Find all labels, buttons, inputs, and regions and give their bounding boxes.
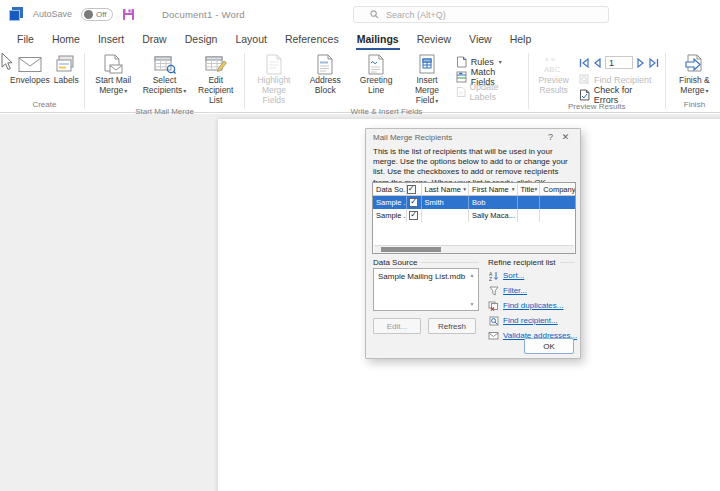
preview-results-icon: « »ABC <box>541 53 567 76</box>
data-source-listbox[interactable]: Sample Mailing List.mdb ▲ ▼ <box>373 268 479 311</box>
tab-help[interactable]: Help <box>501 28 541 50</box>
finish-merge-icon <box>683 53 705 76</box>
cell-first-name: Sally Maca... <box>469 209 518 222</box>
document-title: Document1 - Word <box>162 9 245 20</box>
dropdown-caret-icon: ▾ <box>435 98 438 104</box>
record-navigation <box>576 55 662 70</box>
horizontal-scrollbar[interactable] <box>374 245 574 253</box>
envelopes-button[interactable]: Envelopes <box>8 52 52 87</box>
tab-mailings[interactable]: Mailings <box>348 28 408 50</box>
search-icon <box>370 10 379 19</box>
find-duplicates-link-item[interactable]: Find duplicates... <box>488 298 577 313</box>
tab-references[interactable]: References <box>276 28 348 50</box>
sort-caret-icon[interactable]: ▾ <box>512 186 515 192</box>
column-header-data-source[interactable]: Data So... <box>373 183 407 195</box>
ribbon-group-write-insert: Highlight Merge Fields Address Block Gre… <box>248 50 524 112</box>
find-recipient-icon <box>488 316 499 326</box>
tab-home[interactable]: Home <box>43 28 89 50</box>
tab-view[interactable]: View <box>460 28 501 50</box>
column-header-last-name[interactable]: Last Name▾ <box>422 183 470 195</box>
table-row[interactable]: Sample ... Sally Maca... <box>373 209 575 222</box>
tab-design[interactable]: Design <box>176 28 227 50</box>
next-record-icon[interactable] <box>636 58 646 68</box>
autosave-toggle[interactable]: Off <box>81 8 113 21</box>
titlebar: AutoSave Off Document1 - Word <box>0 0 720 28</box>
find-recipient-link-item[interactable]: Find recipient... <box>488 313 577 328</box>
header-checkbox[interactable] <box>407 185 416 194</box>
filter-link[interactable]: Filter... <box>503 286 527 295</box>
dropdown-caret-icon: ▾ <box>124 88 127 94</box>
sort-link-item[interactable]: AZ Sort... <box>488 268 577 283</box>
autosave-label: AutoSave <box>33 9 72 19</box>
find-duplicates-link[interactable]: Find duplicates... <box>503 301 563 310</box>
mail-merge-recipients-dialog: Mail Merge Recipients ? ✕ This is the li… <box>365 128 581 359</box>
row-checkbox[interactable] <box>409 211 418 220</box>
address-block-button[interactable]: Address Block <box>300 52 351 97</box>
ok-button[interactable]: OK <box>524 338 574 354</box>
cell-company <box>540 196 575 209</box>
filter-link-item[interactable]: Filter... <box>488 283 577 298</box>
tab-draw[interactable]: Draw <box>133 28 176 50</box>
scrollbar-thumb[interactable] <box>381 247 441 252</box>
svg-text:« »: « » <box>545 56 555 63</box>
listbox-scroll-arrows[interactable]: ▲ ▼ <box>467 270 477 309</box>
document-canvas: Mail Merge Recipients ? ✕ This is the li… <box>0 114 720 491</box>
refresh-button[interactable]: Refresh <box>428 318 476 334</box>
record-number-input[interactable] <box>605 56 633 69</box>
scroll-down-icon[interactable]: ▼ <box>470 301 475 307</box>
edit-recipient-list-button[interactable]: Edit Recipient List <box>190 52 241 106</box>
select-recipients-button[interactable]: Select Recipients▾ <box>139 52 190 97</box>
ribbon-group-create: Envelopes Labels Create <box>8 50 81 112</box>
tab-insert[interactable]: Insert <box>89 28 133 50</box>
labels-icon <box>56 53 76 76</box>
sort-caret-icon[interactable]: ▾ <box>463 186 466 192</box>
sort-link[interactable]: Sort... <box>503 271 524 280</box>
scroll-up-icon[interactable]: ▲ <box>470 272 475 278</box>
preview-results-button: « »ABC Preview Results <box>532 52 576 97</box>
dropdown-caret-icon: ▾ <box>183 88 186 94</box>
finish-merge-button[interactable]: Finish & Merge▾ <box>669 52 720 97</box>
column-header-first-name[interactable]: First Name▾ <box>469 183 518 195</box>
cell-data-source: Sample ... <box>373 196 407 209</box>
select-recipients-icon <box>154 53 176 76</box>
update-labels-icon <box>456 86 466 98</box>
help-icon[interactable]: ? <box>543 132 558 142</box>
recipients-table[interactable]: Data So... Last Name▾ First Name▾ Title▾… <box>372 182 576 254</box>
envelope-icon <box>18 53 42 76</box>
start-mail-merge-button[interactable]: Start Mail Merge▾ <box>88 52 139 97</box>
tab-file[interactable]: File <box>8 28 43 50</box>
dialog-titlebar[interactable]: Mail Merge Recipients ? ✕ <box>366 129 580 145</box>
check-for-errors-button[interactable]: Check for Errors <box>576 88 662 101</box>
column-header-company[interactable]: Company N... <box>540 183 575 195</box>
cell-include <box>407 196 422 209</box>
ribbon-separator <box>665 53 666 109</box>
greeting-line-button[interactable]: Greeting Line <box>351 52 401 97</box>
find-recipient-link[interactable]: Find recipient... <box>503 316 558 325</box>
edit-button[interactable]: Edit... <box>373 318 421 334</box>
insert-merge-field-icon <box>417 53 437 76</box>
table-row[interactable]: Sample ... Smith Bob <box>373 196 575 209</box>
first-record-icon[interactable] <box>579 58 589 68</box>
last-record-icon[interactable] <box>649 58 659 68</box>
table-header-row: Data So... Last Name▾ First Name▾ Title▾… <box>373 183 575 196</box>
save-icon[interactable] <box>122 8 135 21</box>
tab-review[interactable]: Review <box>408 28 460 50</box>
search-input[interactable] <box>386 10 556 20</box>
insert-merge-field-button[interactable]: Insert Merge Field▾ <box>401 52 452 106</box>
filter-icon <box>488 286 499 296</box>
labels-button[interactable]: Labels <box>52 52 81 87</box>
tab-layout[interactable]: Layout <box>226 28 276 50</box>
validate-addresses-icon <box>488 331 499 340</box>
data-source-item[interactable]: Sample Mailing List.mdb <box>374 269 478 284</box>
column-header-title[interactable]: Title▾ <box>518 183 541 195</box>
column-header-include[interactable] <box>407 183 422 195</box>
ribbon-group-preview-results: « »ABC Preview Results Find Recipient <box>532 50 662 112</box>
search-box[interactable] <box>353 6 609 23</box>
row-checkbox[interactable] <box>409 198 418 207</box>
cell-last-name <box>422 209 470 222</box>
previous-record-icon[interactable] <box>592 58 602 68</box>
word-logo-icon <box>8 6 24 22</box>
dialog-title: Mail Merge Recipients <box>373 133 543 142</box>
close-icon[interactable]: ✕ <box>558 132 573 142</box>
sort-caret-icon[interactable]: ▾ <box>535 186 538 192</box>
